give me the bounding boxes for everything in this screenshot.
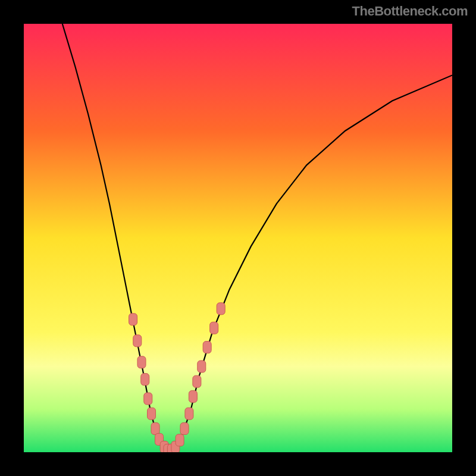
data-marker (193, 375, 201, 387)
bottleneck-chart (24, 24, 452, 452)
data-marker (151, 422, 159, 434)
chart-frame: TheBottleneck.com (0, 0, 476, 476)
watermark-label: TheBottleneck.com (352, 4, 468, 19)
data-marker (144, 393, 152, 405)
data-marker (185, 408, 193, 419)
gradient-background (24, 24, 452, 452)
data-marker (210, 322, 218, 334)
data-marker (133, 335, 142, 347)
data-marker (180, 422, 189, 434)
data-marker (137, 356, 146, 368)
data-marker (198, 361, 206, 372)
data-marker (189, 390, 197, 402)
data-marker (217, 303, 225, 315)
data-marker (148, 408, 156, 419)
data-marker (141, 374, 149, 386)
data-marker (176, 434, 184, 446)
data-marker (203, 342, 211, 353)
data-marker (129, 314, 137, 325)
